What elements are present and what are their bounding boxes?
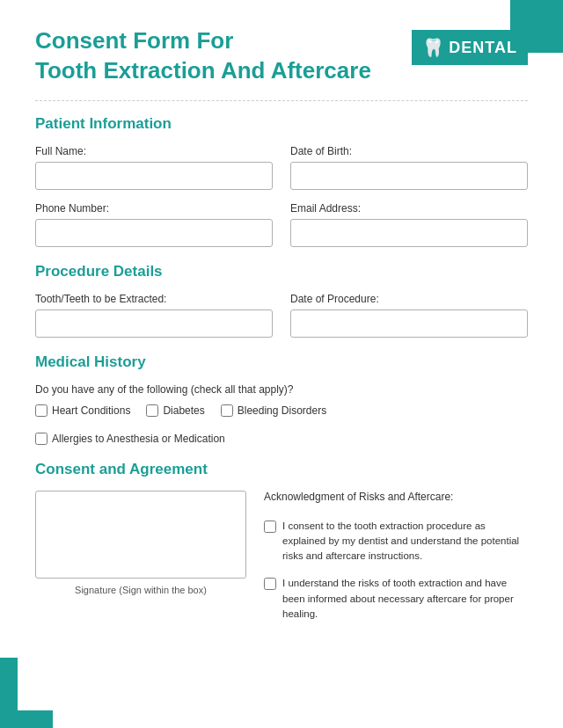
teeth-label: Tooth/Teeth to be Extracted: <box>35 293 273 305</box>
form-title: Consent Form For Tooth Extraction And Af… <box>35 26 371 86</box>
signature-label: Signature (Sign within the box) <box>75 585 207 595</box>
patient-row-2: Phone Number: Email Address: <box>35 202 528 247</box>
procedure-date-group: Date of Procedure: <box>290 293 528 338</box>
dob-input[interactable] <box>290 162 528 190</box>
signature-area[interactable] <box>35 491 246 579</box>
patient-information-title: Patient Information <box>35 115 528 133</box>
consent2-text: I understand the risks of tooth extracti… <box>282 576 528 622</box>
consent1-text: I consent to the tooth extraction proced… <box>282 519 528 564</box>
signature-box: Signature (Sign within the box) <box>35 491 246 622</box>
corner-decoration-bottom-left-2 <box>18 710 53 728</box>
diabetes-label: Diabetes <box>163 404 204 417</box>
procedure-details-title: Procedure Details <box>35 263 528 280</box>
consent-item-2: I understand the risks of tooth extracti… <box>264 576 528 622</box>
consent-title: Consent and Agreement <box>35 461 528 478</box>
heart-checkbox[interactable] <box>35 404 48 417</box>
dob-label: Date of Birth: <box>290 145 528 157</box>
logo-area: 🦷 DENTAL <box>412 30 528 65</box>
medical-checkboxes: Heart Conditions Diabetes Bleeding Disor… <box>35 404 528 445</box>
procedure-date-label: Date of Procedure: <box>290 293 528 305</box>
full-name-group: Full Name: <box>35 145 273 190</box>
procedure-row-1: Tooth/Teeth to be Extracted: Date of Pro… <box>35 293 528 338</box>
full-name-input[interactable] <box>35 162 273 190</box>
consent-item-1: I consent to the tooth extraction proced… <box>264 519 528 564</box>
procedure-details-section: Procedure Details Tooth/Teeth to be Extr… <box>35 263 528 338</box>
bleeding-label: Bleeding Disorders <box>238 404 326 417</box>
phone-group: Phone Number: <box>35 202 273 247</box>
checkbox-diabetes[interactable]: Diabetes <box>146 404 204 417</box>
phone-label: Phone Number: <box>35 202 273 215</box>
tooth-icon: 🦷 <box>422 37 445 58</box>
acknowledgment-title: Acknowledgment of Risks and Aftercare: <box>264 491 528 503</box>
checkbox-bleeding[interactable]: Bleeding Disorders <box>221 404 326 417</box>
email-input[interactable] <box>290 219 528 247</box>
teeth-group: Tooth/Teeth to be Extracted: <box>35 293 273 338</box>
medical-history-section: Medical History Do you have any of the f… <box>35 353 528 445</box>
consent-section: Consent and Agreement Signature (Sign wi… <box>35 461 528 622</box>
bleeding-checkbox[interactable] <box>221 404 233 417</box>
allergies-checkbox[interactable] <box>35 433 48 445</box>
patient-row-1: Full Name: Date of Birth: <box>35 145 528 190</box>
logo: 🦷 DENTAL <box>412 30 528 65</box>
checkbox-heart[interactable]: Heart Conditions <box>35 404 130 417</box>
consent-row: Signature (Sign within the box) Acknowle… <box>35 491 528 622</box>
title-line1: Consent Form For <box>35 27 233 54</box>
corner-decoration-bottom-left <box>0 658 18 728</box>
teeth-input[interactable] <box>35 309 273 338</box>
diabetes-checkbox[interactable] <box>146 404 158 417</box>
acknowledgment-box: Acknowledgment of Risks and Aftercare: I… <box>264 491 528 622</box>
dob-group: Date of Birth: <box>290 145 528 190</box>
title-line2: Tooth Extraction And Aftercare <box>35 57 371 84</box>
consent2-checkbox[interactable] <box>264 578 276 590</box>
heart-label: Heart Conditions <box>52 404 130 417</box>
header-divider <box>35 100 528 101</box>
email-label: Email Address: <box>290 202 528 215</box>
medical-question: Do you have any of the following (check … <box>35 383 528 396</box>
consent1-checkbox[interactable] <box>264 521 276 533</box>
logo-text: DENTAL <box>449 39 517 57</box>
checkbox-allergies[interactable]: Allergies to Anesthesia or Medication <box>35 433 225 445</box>
allergies-label: Allergies to Anesthesia or Medication <box>52 433 225 445</box>
patient-information-section: Patient Information Full Name: Date of B… <box>35 115 528 247</box>
phone-input[interactable] <box>35 219 273 247</box>
email-group: Email Address: <box>290 202 528 247</box>
procedure-date-input[interactable] <box>290 309 528 338</box>
page-container: Consent Form For Tooth Extraction And Af… <box>0 0 563 728</box>
medical-history-title: Medical History <box>35 353 528 371</box>
full-name-label: Full Name: <box>35 145 273 157</box>
header: Consent Form For Tooth Extraction And Af… <box>35 26 528 86</box>
